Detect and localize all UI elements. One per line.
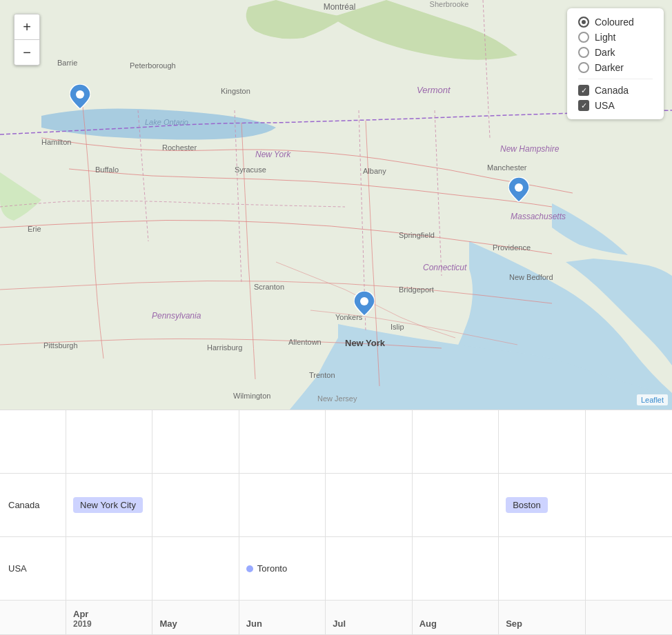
canada-col7 bbox=[586, 474, 672, 537]
date-may: May bbox=[152, 601, 239, 635]
timeline-section: Canada New York City Boston USA Toronto bbox=[0, 410, 672, 635]
checkbox-canada[interactable]: ✓ bbox=[578, 85, 589, 96]
date-apr: Apr 2019 bbox=[66, 601, 152, 635]
svg-point-35 bbox=[515, 183, 523, 192]
svg-text:Peterborough: Peterborough bbox=[130, 61, 176, 70]
svg-text:Providence: Providence bbox=[493, 243, 531, 252]
apr-label: Apr bbox=[73, 609, 92, 619]
svg-point-34 bbox=[76, 90, 84, 99]
date-aug: Aug bbox=[413, 601, 499, 635]
header-col1-empty bbox=[66, 410, 152, 474]
zoom-in-button[interactable]: + bbox=[14, 14, 39, 39]
svg-text:New York: New York bbox=[345, 338, 386, 348]
legend-usa[interactable]: ✓ USA bbox=[578, 100, 653, 111]
radio-coloured[interactable] bbox=[578, 17, 589, 28]
date-jun: Jun bbox=[239, 601, 326, 635]
legend-coloured[interactable]: Coloured bbox=[578, 17, 653, 28]
svg-text:Barrie: Barrie bbox=[57, 59, 77, 67]
svg-text:Manchester: Manchester bbox=[487, 163, 527, 172]
svg-text:Syracuse: Syracuse bbox=[235, 165, 266, 174]
toronto-label: Toronto bbox=[257, 563, 287, 574]
usa-col1 bbox=[66, 537, 152, 601]
svg-text:Sherbrooke: Sherbrooke bbox=[430, 0, 469, 8]
legend-light[interactable]: Light bbox=[578, 32, 653, 43]
toronto-item: Toronto bbox=[246, 563, 287, 574]
svg-text:Rochester: Rochester bbox=[162, 143, 197, 152]
radio-darker[interactable] bbox=[578, 62, 589, 73]
apr-sub: 2019 bbox=[73, 619, 92, 629]
legend-darker[interactable]: Darker bbox=[578, 62, 653, 73]
canada-col3 bbox=[239, 474, 326, 537]
usa-col6 bbox=[499, 537, 585, 601]
svg-point-36 bbox=[360, 297, 368, 305]
canada-col1: New York City bbox=[66, 474, 152, 537]
leaflet-attribution[interactable]: Leaflet bbox=[637, 394, 668, 405]
legend-dark[interactable]: Dark bbox=[578, 47, 653, 58]
svg-text:New York: New York bbox=[255, 150, 291, 159]
svg-text:Islip: Islip bbox=[391, 323, 404, 331]
legend-canada-label: Canada bbox=[595, 85, 629, 96]
usa-col3: Toronto bbox=[239, 537, 326, 601]
header-col3-empty bbox=[239, 410, 326, 474]
header-col4-empty bbox=[326, 410, 412, 474]
svg-text:Lake Ontario: Lake Ontario bbox=[145, 118, 188, 126]
legend-canada[interactable]: ✓ Canada bbox=[578, 85, 653, 96]
date-jul: Jul bbox=[326, 601, 412, 635]
boston-badge[interactable]: Boston bbox=[506, 497, 547, 513]
zoom-controls: + − bbox=[14, 14, 40, 65]
timeline-table: Canada New York City Boston USA Toronto bbox=[0, 410, 672, 635]
svg-text:Kingston: Kingston bbox=[221, 87, 250, 95]
svg-text:New Hampshire: New Hampshire bbox=[500, 144, 560, 154]
svg-text:Pennsylvania: Pennsylvania bbox=[152, 311, 201, 321]
svg-text:Allentown: Allentown bbox=[288, 338, 322, 346]
svg-text:Springfield: Springfield bbox=[399, 231, 435, 239]
svg-text:Erie: Erie bbox=[28, 225, 41, 233]
header-col6-empty bbox=[499, 410, 585, 474]
svg-text:Vermont: Vermont bbox=[417, 85, 451, 95]
usa-col7 bbox=[586, 537, 672, 601]
canada-col4 bbox=[326, 474, 412, 537]
legend-usa-label: USA bbox=[595, 100, 615, 111]
marker-toronto[interactable] bbox=[70, 84, 90, 109]
usa-col5 bbox=[413, 537, 499, 601]
map-container: Montréal Sherbrooke Vermont New Hampshir… bbox=[0, 0, 672, 410]
usa-row-label: USA bbox=[0, 537, 66, 601]
legend-darker-label: Darker bbox=[595, 62, 624, 73]
svg-text:Harrisburg: Harrisburg bbox=[207, 343, 242, 352]
svg-text:Montréal: Montréal bbox=[324, 2, 356, 12]
legend-light-label: Light bbox=[595, 32, 615, 43]
svg-text:Bridgeport: Bridgeport bbox=[399, 285, 434, 294]
canada-col2 bbox=[152, 474, 239, 537]
svg-text:Trenton: Trenton bbox=[309, 371, 335, 379]
legend-divider bbox=[578, 79, 653, 79]
date-extra bbox=[586, 601, 672, 635]
svg-text:Massachusetts: Massachusetts bbox=[511, 212, 566, 221]
date-label-empty bbox=[0, 601, 66, 635]
radio-dark[interactable] bbox=[578, 47, 589, 58]
svg-text:Pittsburgh: Pittsburgh bbox=[43, 341, 78, 350]
radio-light[interactable] bbox=[578, 32, 589, 43]
header-col2-empty bbox=[152, 410, 239, 474]
legend-dark-label: Dark bbox=[595, 47, 615, 58]
zoom-out-button[interactable]: − bbox=[14, 40, 39, 65]
marker-boston[interactable] bbox=[508, 177, 529, 202]
marker-newyork[interactable] bbox=[354, 291, 375, 316]
header-col7-empty bbox=[586, 410, 672, 474]
checkbox-usa[interactable]: ✓ bbox=[578, 100, 589, 111]
toronto-dot bbox=[246, 565, 253, 572]
svg-text:Hamilton: Hamilton bbox=[41, 138, 71, 146]
header-label-empty bbox=[0, 410, 66, 474]
date-sep: Sep bbox=[499, 601, 585, 635]
canada-col6: Boston bbox=[499, 474, 585, 537]
usa-col4 bbox=[326, 537, 412, 601]
svg-text:Connecticut: Connecticut bbox=[423, 263, 467, 272]
svg-text:Buffalo: Buffalo bbox=[95, 165, 119, 174]
new-york-city-badge[interactable]: New York City bbox=[73, 497, 143, 513]
svg-text:Albany: Albany bbox=[363, 167, 386, 175]
date-apr-label: Apr 2019 bbox=[73, 609, 92, 629]
header-col5-empty bbox=[413, 410, 499, 474]
svg-text:New Bedford: New Bedford bbox=[509, 273, 553, 281]
canada-row-label: Canada bbox=[0, 474, 66, 537]
legend-coloured-label: Coloured bbox=[595, 17, 634, 28]
usa-col2 bbox=[152, 537, 239, 601]
